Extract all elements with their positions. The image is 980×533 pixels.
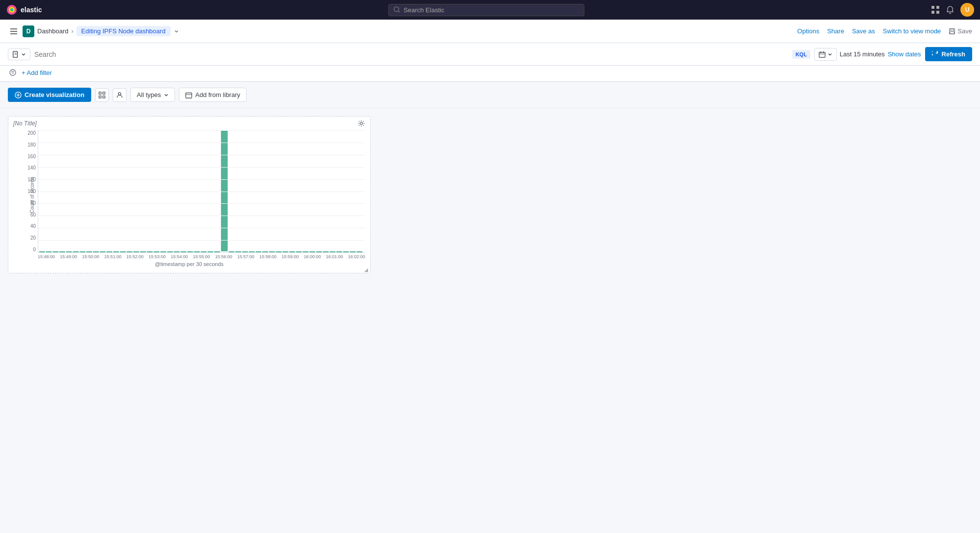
svg-rect-44 — [93, 251, 99, 252]
svg-rect-77 — [316, 251, 322, 252]
global-search-bar[interactable]: Search Elastic — [388, 4, 584, 16]
breadcrumb-left: D Dashboard › Editing IPFS Node dashboar… — [8, 25, 179, 37]
svg-rect-56 — [174, 251, 180, 252]
svg-rect-28 — [99, 92, 101, 94]
svg-rect-66 — [242, 251, 248, 252]
breadcrumb-right: Options Share Save as Switch to view mod… — [797, 27, 972, 35]
calendar-button[interactable] — [814, 48, 837, 61]
svg-rect-71 — [276, 251, 282, 252]
x-label-1601: 16:01:00 — [326, 254, 343, 259]
add-filter-button[interactable]: + Add filter — [22, 69, 52, 76]
x-axis-labels: 15:48:00 15:49:00 15:50:00 15:51:00 15:5… — [38, 253, 365, 259]
x-label-1558: 15:58:00 — [259, 254, 276, 259]
breadcrumb-separator: › — [72, 28, 74, 35]
switch-view-mode-button[interactable]: Switch to view mode — [883, 27, 941, 35]
y-label-60: 60 — [16, 212, 36, 218]
filter-settings-icon — [9, 69, 17, 76]
svg-rect-80 — [336, 251, 342, 252]
chevron-down-types-icon — [164, 93, 169, 97]
x-label-1553: 15:53:00 — [149, 254, 166, 259]
chevron-down-icon — [21, 52, 26, 57]
svg-point-22 — [10, 70, 16, 75]
svg-rect-36 — [39, 251, 45, 252]
svg-rect-29 — [103, 92, 105, 94]
svg-rect-59 — [194, 251, 200, 252]
search-filter-bar: KQL Last 15 minutes Show dates Refresh — [0, 43, 980, 66]
top-nav-left: elastic — [6, 4, 42, 16]
svg-rect-51 — [140, 251, 146, 252]
y-label-120: 120 — [16, 177, 36, 182]
toolbar-grid-view-button[interactable] — [95, 88, 109, 102]
calendar-icon — [819, 51, 826, 58]
svg-rect-79 — [329, 251, 335, 252]
svg-point-35 — [360, 122, 363, 125]
x-label-1557: 15:57:00 — [237, 254, 254, 259]
svg-rect-75 — [302, 251, 308, 252]
person-icon — [116, 92, 123, 98]
y-label-80: 80 — [16, 200, 36, 206]
toolbar-person-icon-button[interactable] — [113, 88, 126, 102]
avatar-initial: U — [965, 6, 970, 13]
user-avatar[interactable]: U — [960, 3, 974, 17]
svg-rect-69 — [262, 251, 268, 252]
y-label-40: 40 — [16, 223, 36, 229]
filter-icon-button[interactable] — [8, 68, 18, 77]
add-from-library-button[interactable]: Add from library — [179, 88, 247, 102]
svg-point-32 — [118, 92, 121, 95]
svg-rect-54 — [160, 251, 166, 252]
bell-icon-btn[interactable] — [946, 5, 955, 14]
svg-rect-50 — [133, 251, 139, 252]
svg-rect-67 — [249, 251, 255, 252]
refresh-button[interactable]: Refresh — [925, 47, 972, 61]
breadcrumb-bar: D Dashboard › Editing IPFS Node dashboar… — [0, 20, 980, 43]
time-picker-wrap: Last 15 minutes Show dates — [814, 48, 921, 61]
y-axis-labels: 200 180 160 140 120 100 80 60 40 20 0 — [16, 130, 36, 252]
save-button[interactable]: Save — [949, 27, 972, 35]
hamburger-menu-btn[interactable] — [8, 25, 20, 37]
breadcrumb-editing[interactable]: Editing IPFS Node dashboard — [76, 26, 171, 36]
library-icon — [185, 92, 192, 98]
svg-point-2 — [10, 8, 13, 11]
grid-icon-btn[interactable] — [931, 5, 940, 14]
svg-rect-76 — [309, 251, 315, 252]
share-button[interactable]: Share — [827, 27, 844, 35]
svg-rect-5 — [931, 6, 934, 9]
toolbar-row: Create visualization All types Add from … — [0, 82, 980, 108]
svg-rect-39 — [59, 251, 65, 252]
chevron-down-calendar-icon — [828, 52, 832, 57]
x-label-1554: 15:54:00 — [171, 254, 188, 259]
svg-point-3 — [394, 7, 399, 12]
svg-rect-31 — [103, 96, 105, 97]
x-label-1548: 15:48:00 — [38, 254, 55, 259]
plus-circle-icon — [15, 92, 22, 98]
svg-rect-61 — [207, 251, 213, 252]
svg-rect-8 — [936, 11, 939, 14]
chart-resize-handle[interactable]: ◢ — [364, 267, 369, 272]
create-visualization-button[interactable]: Create visualization — [8, 88, 91, 102]
chart-area: 200 180 160 140 120 100 80 60 40 20 0 — [38, 130, 365, 253]
save-as-button[interactable]: Save as — [852, 27, 875, 35]
search-input[interactable] — [34, 50, 788, 58]
breadcrumb-chevron-icon[interactable] — [174, 28, 179, 34]
svg-rect-62 — [214, 251, 220, 252]
svg-rect-18 — [819, 52, 825, 57]
dashboard-icon: D — [23, 25, 34, 37]
grid-view-icon — [99, 92, 105, 98]
y-label-180: 180 — [16, 142, 36, 147]
svg-rect-7 — [931, 11, 934, 14]
svg-rect-47 — [113, 251, 119, 252]
search-type-button[interactable] — [8, 48, 30, 60]
x-label-1600: 16:00:00 — [303, 254, 321, 259]
all-types-button[interactable]: All types — [130, 88, 175, 102]
show-dates-button[interactable]: Show dates — [888, 50, 921, 58]
elastic-logo-text: elastic — [21, 6, 42, 14]
kql-badge[interactable]: KQL — [792, 50, 810, 59]
svg-rect-38 — [52, 251, 58, 252]
breadcrumb-dashboard[interactable]: Dashboard — [37, 27, 69, 35]
chart-footer: @timestamp per 30 seconds — [13, 259, 365, 269]
svg-rect-68 — [255, 251, 261, 252]
elastic-logo[interactable]: elastic — [6, 4, 42, 16]
svg-rect-64 — [228, 251, 234, 252]
options-button[interactable]: Options — [797, 27, 819, 35]
chart-settings-button[interactable] — [357, 120, 365, 127]
